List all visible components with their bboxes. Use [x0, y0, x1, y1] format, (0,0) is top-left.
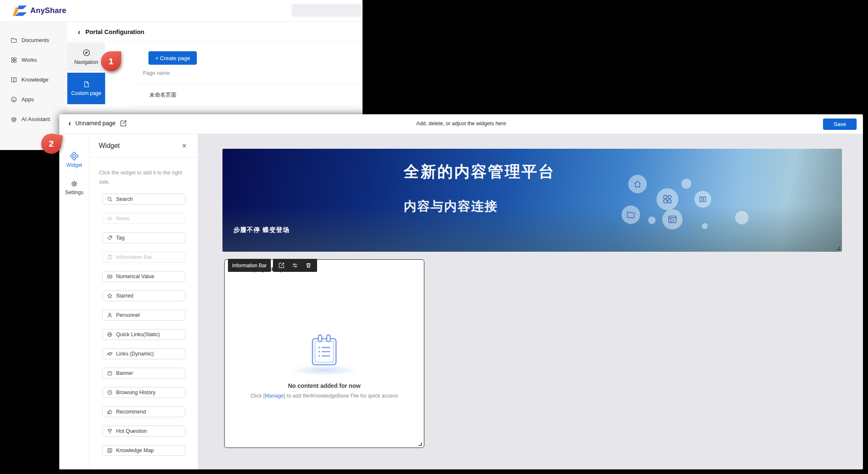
rail-item-settings[interactable]: Settings: [65, 180, 83, 195]
clock-icon: [107, 390, 113, 395]
widget-item-label: Hot Question: [116, 428, 147, 434]
svg-text:123: 123: [108, 276, 111, 278]
illustration-shadow: [291, 365, 358, 376]
folder-bubble-icon: [622, 205, 640, 224]
sidebar-item-works[interactable]: Works: [0, 50, 67, 70]
empty-state: No content added for now Click [Manage] …: [225, 334, 424, 399]
create-page-button[interactable]: + Create page: [148, 51, 197, 65]
window-image-icon: A: [662, 209, 683, 229]
page-row-unnamed[interactable]: 未命名页面: [149, 91, 177, 99]
edit-icon[interactable]: [278, 262, 285, 269]
sidebar-item-apps[interactable]: Apps: [0, 90, 67, 109]
manage-link[interactable]: Manage: [265, 393, 284, 399]
widget-item-label: Recommend: [116, 409, 146, 415]
close-icon[interactable]: ✕: [182, 142, 187, 149]
marker-number: 1: [108, 56, 114, 66]
sidebar-item-label: Apps: [21, 96, 34, 103]
brand-name: AnyShare: [30, 6, 66, 15]
back-icon[interactable]: ‹: [78, 28, 80, 36]
widget-item-label: Banner: [116, 370, 133, 376]
widget-item-label: Search: [116, 196, 133, 202]
information-bar-widget[interactable]: Information Bar Here displays the public…: [224, 259, 424, 448]
tag-icon: [107, 235, 113, 241]
widget-item-hot-question[interactable]: Hot Question: [102, 426, 185, 437]
open-book-icon: [694, 191, 711, 208]
map-icon: [107, 448, 113, 453]
clipboard-illustration: [308, 334, 340, 368]
sidebar-item-label: Documents: [21, 37, 49, 43]
screen: AnyShare Documents Works Knowledge Apps: [0, 0, 868, 474]
widget-panel-header: Widget ✕: [90, 134, 198, 158]
tab-navigation[interactable]: Navigation: [67, 43, 105, 71]
widget-toolbar-label: Information Bar: [228, 259, 271, 272]
widget-item-search[interactable]: Search: [102, 194, 185, 205]
widget-item-recommend[interactable]: Recommend: [102, 406, 185, 417]
widget-item-starred[interactable]: Starred: [102, 290, 185, 301]
widget-item-label: Quick Links(Static): [116, 332, 160, 337]
widget-item-label: Tag: [116, 235, 124, 241]
trash-icon[interactable]: [305, 262, 312, 269]
widget-item-tag[interactable]: Tag: [102, 232, 185, 243]
widget-item-personnel[interactable]: Personnel: [102, 310, 185, 321]
widget-item-knowledge-map[interactable]: Knowledge Map: [102, 445, 185, 456]
rail-item-widget[interactable]: Widget: [66, 152, 82, 168]
widget-panel-hint: Click the widget to add it to the right …: [99, 169, 187, 187]
star-icon: [107, 293, 113, 299]
widget-item-numerical-value[interactable]: 123 Numerical Value: [102, 271, 185, 282]
caption-text: ] to add file/KnowledgeBase File for qui…: [284, 393, 398, 399]
sidebar-item-label: AI Assistant: [21, 116, 50, 122]
banner-title: 全新的内容管理平台: [404, 161, 555, 182]
numerical-value-icon: 123: [107, 274, 113, 279]
column-header-page-name: Page name: [143, 70, 170, 76]
banner-subtitle: 内容与内容连接: [404, 198, 498, 215]
planet-icon: [107, 351, 113, 357]
thumbs-up-icon: [107, 409, 113, 415]
banner-tagline: 步履不停 蝶变登场: [233, 226, 289, 234]
widget-item-label: Information Bar: [116, 254, 152, 260]
titlebar-search-pill[interactable]: [291, 4, 362, 17]
svg-text:A: A: [672, 219, 675, 222]
globe-icon: [107, 332, 113, 337]
banner-resize-handle[interactable]: [836, 247, 840, 250]
book-icon: [11, 76, 17, 83]
decorative-bubble: [648, 216, 656, 224]
rail-label: Settings: [65, 190, 83, 195]
divider: [135, 106, 358, 106]
app-topbar: AnyShare: [0, 0, 363, 22]
widget-icon: [70, 152, 79, 161]
widget-resize-handle[interactable]: [418, 442, 422, 446]
settings-sliders-icon[interactable]: [292, 262, 298, 269]
widget-item-banner[interactable]: Banner: [102, 368, 185, 379]
decorative-bubble: [735, 211, 749, 224]
search-icon: [107, 196, 113, 202]
editor-rail: Widget Settings: [59, 134, 90, 469]
compass-icon: [82, 49, 90, 57]
apps-icon: [11, 96, 17, 103]
sidebar-item-label: Knowledge: [21, 76, 48, 83]
tab-custom-page[interactable]: Custom page: [67, 73, 105, 104]
widget-item-quick-links-static[interactable]: Quick Links(Static): [102, 329, 185, 340]
sidebar-item-label: Works: [21, 57, 37, 63]
tab-label: Custom page: [71, 90, 101, 96]
divider: [135, 84, 358, 84]
widget-item-label: Links (Dynamic): [116, 351, 154, 357]
widget-list: Search News Tag Information Bar 123 Nume…: [90, 194, 198, 456]
grid-icon: [11, 57, 17, 63]
widget-item-browsing-history[interactable]: Browsing History: [102, 387, 185, 398]
sidebar-item-ai-assistant[interactable]: AI Assistant: [0, 109, 67, 129]
anyshare-logo-icon: [13, 5, 27, 16]
banner-icon: [107, 370, 113, 376]
sidebar-item-knowledge[interactable]: Knowledge: [0, 70, 67, 90]
widget-panel: Widget ✕ Click the widget to add it to t…: [90, 134, 198, 469]
decorative-bubble: [681, 179, 691, 189]
save-button[interactable]: Save: [823, 118, 857, 130]
widget-item-links-dynamic[interactable]: Links (Dynamic): [102, 348, 185, 359]
widget-item-label: Numerical Value: [116, 274, 154, 279]
sidebar-item-documents[interactable]: Documents: [0, 30, 67, 50]
home-icon: [628, 175, 647, 193]
main-sidebar: Documents Works Knowledge Apps AI Assist…: [0, 22, 67, 150]
banner-widget[interactable]: 全新的内容管理平台 内容与内容连接 步履不停 蝶变登场 A: [222, 149, 842, 252]
news-speaker-icon: [107, 216, 113, 221]
tab-label: Navigation: [74, 59, 98, 65]
widget-toolbar: Information Bar: [228, 259, 317, 272]
